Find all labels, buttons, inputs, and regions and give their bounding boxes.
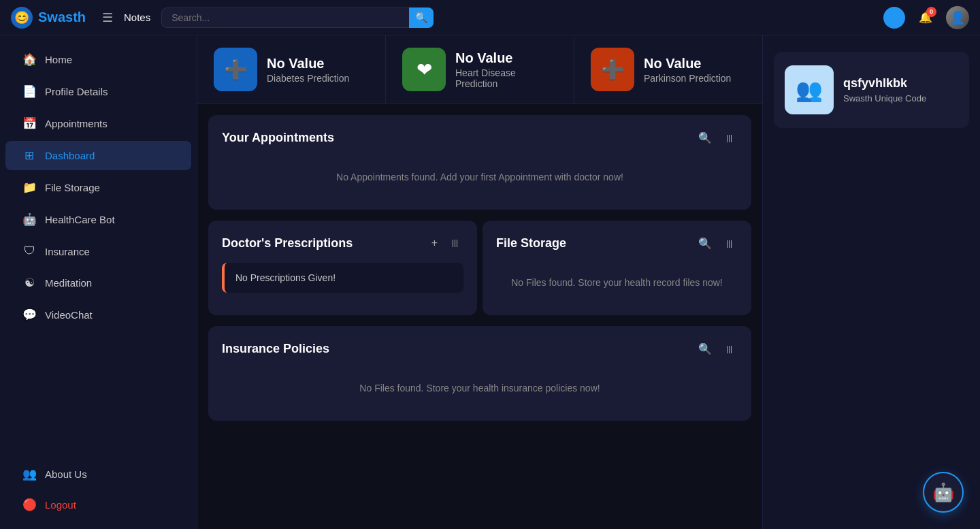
notification-bell[interactable]: 🔔 0 bbox=[915, 7, 936, 29]
appointments-section: Your Appointments 🔍 ⫼ No Appointments fo… bbox=[208, 115, 751, 210]
sidebar-item-label: Insurance bbox=[45, 246, 90, 257]
unique-code-icon: 👥 bbox=[785, 65, 834, 114]
insurance-search-button[interactable]: 🔍 bbox=[696, 340, 715, 358]
sidebar-item-label: Meditation bbox=[45, 277, 92, 289]
prescriptions-actions: + ⫼ bbox=[429, 234, 463, 252]
search-input[interactable] bbox=[161, 7, 434, 28]
appointments-header: Your Appointments 🔍 ⫼ bbox=[222, 129, 738, 147]
sidebar-item-appointments[interactable]: 📅 Appointments bbox=[5, 109, 191, 138]
diabetes-prediction-card[interactable]: ➕ No Value Diabetes Prediction bbox=[197, 35, 386, 103]
unique-code-value: qsfyvhlkbk bbox=[843, 76, 926, 91]
prediction-row: ➕ No Value Diabetes Prediction ❤ No Valu… bbox=[197, 35, 762, 104]
brand-icon: 😊 bbox=[11, 7, 33, 29]
file-storage-icon: 📁 bbox=[22, 180, 37, 195]
parkinson-info: No Value Parkinson Prediction bbox=[644, 56, 731, 84]
heart-info: No Value Heart Disease Prediction bbox=[455, 50, 557, 89]
parkinson-icon: ➕ bbox=[601, 59, 625, 81]
appointments-actions: 🔍 ⫼ bbox=[696, 129, 738, 147]
sidebar-item-label: Profile Details bbox=[45, 86, 108, 97]
notes-link[interactable]: Notes bbox=[124, 12, 150, 23]
navbar: 😊 Swasth ☰ Notes 🔍 🔔 0 👤 bbox=[0, 0, 980, 35]
insurance-actions: 🔍 ⫼ bbox=[696, 340, 738, 358]
sidebar-item-meditation[interactable]: ☯ Meditation bbox=[5, 268, 191, 298]
insurance-header: Insurance Policies 🔍 ⫼ bbox=[222, 340, 738, 358]
sidebar-item-logout[interactable]: 🔴 Logout bbox=[5, 490, 191, 519]
sidebar: 🏠 Home 📄 Profile Details 📅 Appointments … bbox=[0, 35, 197, 529]
heart-prediction-card[interactable]: ❤ No Value Heart Disease Prediction bbox=[386, 35, 574, 103]
notification-badge: 0 bbox=[926, 7, 936, 17]
home-icon: 🏠 bbox=[22, 52, 37, 67]
insurance-icon: 🛡 bbox=[22, 244, 37, 258]
file-storage-search-button[interactable]: 🔍 bbox=[696, 234, 715, 253]
profile-avatar[interactable]: 👤 bbox=[946, 6, 969, 29]
user-group-icon: 👥 bbox=[796, 77, 823, 103]
two-col-wrapper: Doctor's Prescriptions + ⫼ No Prescripti… bbox=[208, 221, 751, 315]
unique-code-info: qsfyvhlkbk Swasth Unique Code bbox=[843, 76, 926, 103]
sidebar-item-healthcare-bot[interactable]: 🤖 HealthCare Bot bbox=[5, 205, 191, 234]
parkinson-prediction-card[interactable]: ➕ No Value Parkinson Prediction bbox=[574, 35, 762, 103]
chatbot-button[interactable]: 🤖 bbox=[923, 472, 964, 513]
prescriptions-section: Doctor's Prescriptions + ⫼ No Prescripti… bbox=[208, 221, 477, 315]
sidebar-item-videochat[interactable]: 💬 VideoChat bbox=[5, 300, 191, 330]
sidebar-item-home[interactable]: 🏠 Home bbox=[5, 45, 191, 74]
file-storage-section: File Storage 🔍 ⫼ No Files found. Store y… bbox=[483, 221, 751, 315]
heart-value: No Value bbox=[455, 50, 557, 66]
unique-code-card: 👥 qsfyvhlkbk Swasth Unique Code bbox=[774, 52, 969, 128]
meditation-icon: ☯ bbox=[22, 276, 37, 290]
sidebar-item-label: About Us bbox=[45, 468, 87, 480]
insurance-section: Insurance Policies 🔍 ⫼ No Files found. S… bbox=[208, 326, 751, 421]
sidebar-item-label: HealthCare Bot bbox=[45, 214, 115, 225]
file-storage-actions: 🔍 ⫼ bbox=[696, 234, 738, 253]
parkinson-icon-box: ➕ bbox=[591, 48, 634, 91]
layout: 🏠 Home 📄 Profile Details 📅 Appointments … bbox=[0, 35, 980, 529]
appointments-icon: 📅 bbox=[22, 116, 37, 131]
heart-label: Heart Disease Prediction bbox=[455, 67, 557, 89]
sidebar-item-label: File Storage bbox=[45, 182, 100, 193]
heart-icon: ❤ bbox=[416, 59, 432, 81]
prescriptions-title: Doctor's Prescriptions bbox=[222, 236, 353, 251]
sidebar-item-profile[interactable]: 📄 Profile Details bbox=[5, 77, 191, 106]
sidebar-item-insurance[interactable]: 🛡 Insurance bbox=[5, 237, 191, 266]
heart-icon-box: ❤ bbox=[402, 48, 446, 91]
chatbot-icon: 🤖 bbox=[932, 482, 954, 503]
file-storage-filter-button[interactable]: ⫼ bbox=[721, 235, 738, 253]
parkinson-label: Parkinson Prediction bbox=[644, 73, 731, 84]
diabetes-icon: ➕ bbox=[224, 59, 248, 81]
dashboard-icon: ⊞ bbox=[22, 148, 37, 163]
sidebar-item-label: Dashboard bbox=[45, 150, 95, 161]
brand[interactable]: 😊 Swasth bbox=[11, 7, 86, 29]
prescriptions-header: Doctor's Prescriptions + ⫼ bbox=[222, 234, 463, 252]
prescription-empty-item: No Prescriptions Given! bbox=[222, 263, 463, 293]
unique-code-subtitle: Swasth Unique Code bbox=[843, 93, 926, 103]
brand-name: Swasth bbox=[38, 10, 86, 25]
insurance-title: Insurance Policies bbox=[222, 342, 329, 356]
diabetes-info: No Value Diabetes Prediction bbox=[267, 56, 349, 84]
sidebar-item-label: Logout bbox=[45, 499, 76, 511]
sidebar-item-file-storage[interactable]: 📁 File Storage bbox=[5, 173, 191, 202]
sidebar-item-dashboard[interactable]: ⊞ Dashboard bbox=[5, 141, 191, 170]
about-us-icon: 👥 bbox=[22, 467, 37, 481]
navbar-right: 🔔 0 👤 bbox=[883, 6, 969, 29]
insurance-empty-message: No Files found. Store your health insura… bbox=[222, 369, 738, 407]
content-area: ➕ No Value Diabetes Prediction ❤ No Valu… bbox=[197, 35, 762, 529]
search-button[interactable]: 🔍 bbox=[409, 7, 434, 28]
sidebar-item-label: Home bbox=[45, 54, 72, 65]
right-panel: 👥 qsfyvhlkbk Swasth Unique Code bbox=[762, 35, 980, 529]
diabetes-label: Diabetes Prediction bbox=[267, 73, 349, 84]
sidebar-item-about-us[interactable]: 👥 About Us bbox=[5, 460, 191, 489]
main-wrapper: ➕ No Value Diabetes Prediction ❤ No Valu… bbox=[197, 35, 980, 529]
appointments-filter-button[interactable]: ⫼ bbox=[721, 129, 738, 147]
file-storage-empty-message: No Files found. Store your health record… bbox=[496, 263, 738, 302]
add-prescription-button[interactable]: + bbox=[429, 234, 440, 252]
prescriptions-filter-button[interactable]: ⫼ bbox=[447, 234, 463, 252]
appointments-empty-message: No Appointments found. Add your first Ap… bbox=[222, 158, 738, 196]
sidebar-item-label: Appointments bbox=[45, 118, 108, 129]
sidebar-bottom: 👥 About Us 🔴 Logout bbox=[0, 453, 197, 521]
appointments-search-button[interactable]: 🔍 bbox=[696, 129, 715, 147]
insurance-filter-button[interactable]: ⫼ bbox=[721, 340, 738, 358]
search-bar: 🔍 bbox=[161, 7, 434, 28]
appointments-title: Your Appointments bbox=[222, 131, 334, 145]
menu-icon[interactable]: ☰ bbox=[102, 10, 113, 25]
logout-icon: 🔴 bbox=[22, 498, 37, 512]
videochat-icon: 💬 bbox=[22, 308, 37, 322]
